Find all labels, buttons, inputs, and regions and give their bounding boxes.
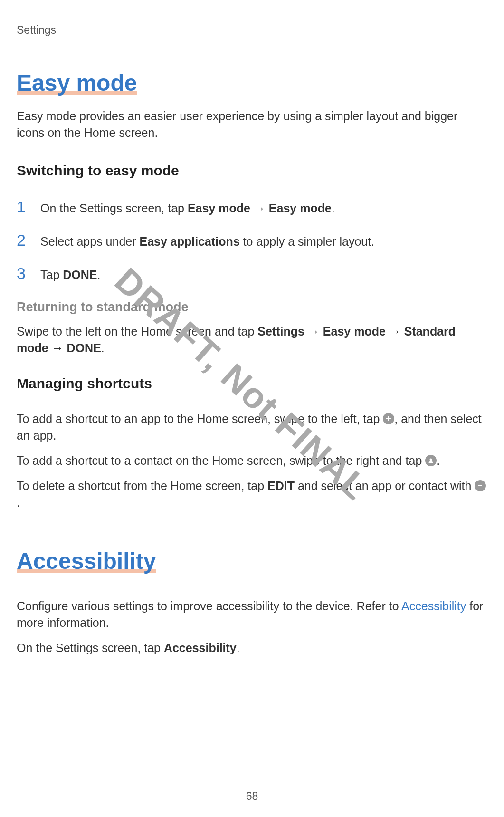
sc-p3-mid: and select an app or contact with [295, 479, 475, 492]
sc-p3-suffix: . [17, 496, 20, 509]
header-label: Settings [17, 24, 487, 37]
sc-p3-prefix: To delete a shortcut from the Home scree… [17, 479, 267, 492]
page-number: 68 [246, 790, 258, 803]
shortcuts-para3: To delete a shortcut from the Home scree… [17, 478, 487, 511]
accessibility-instruction: On the Settings screen, tap Accessibilit… [17, 640, 487, 656]
acc-inst-suffix: . [237, 641, 240, 654]
svg-rect-1 [386, 418, 391, 419]
plus-icon [383, 413, 394, 424]
step1-arrow: → [250, 202, 269, 215]
returning-arrow2: → [386, 325, 404, 338]
step-1-text: On the Settings screen, tap Easy mode → … [40, 200, 335, 217]
returning-suffix: . [101, 341, 105, 355]
easy-mode-intro: Easy mode provides an easier user experi… [17, 108, 487, 141]
svg-point-2 [430, 459, 432, 461]
returning-arrow3: → [48, 341, 67, 355]
svg-rect-3 [478, 485, 482, 486]
shortcuts-para1: To add a shortcut to an app to the Home … [17, 411, 487, 444]
contact-icon [425, 455, 437, 466]
step-1: 1 On the Settings screen, tap Easy mode … [17, 198, 487, 217]
step-number-2: 2 [17, 231, 31, 250]
returning-text: Swipe to the left on the Home screen and… [17, 323, 487, 356]
step-number-3: 3 [17, 264, 31, 283]
step-3-text: Tap DONE. [40, 267, 100, 283]
sc-p1-prefix: To add a shortcut to an app to the Home … [17, 412, 383, 425]
sc-p2-suffix: . [437, 454, 440, 467]
step-3: 3 Tap DONE. [17, 264, 487, 283]
accessibility-heading: Accessibility [17, 548, 156, 574]
step1-prefix: On the Settings screen, tap [40, 202, 188, 215]
sc-p3-bold: EDIT [267, 479, 295, 492]
switching-heading: Switching to easy mode [17, 163, 487, 179]
returning-arrow1: → [304, 325, 323, 338]
easy-mode-heading: Easy mode [17, 70, 137, 96]
step3-suffix: . [97, 268, 101, 281]
step2-prefix: Select apps under [40, 235, 139, 248]
step2-bold: Easy applications [139, 235, 239, 248]
accessibility-link[interactable]: Accessibility [401, 599, 466, 613]
returning-bold2: Easy mode [323, 325, 386, 338]
step2-suffix: to apply a simpler layout. [240, 235, 374, 248]
step-2-text: Select apps under Easy applications to a… [40, 233, 374, 250]
returning-bold4: DONE [67, 341, 101, 355]
returning-prefix: Swipe to the left on the Home screen and… [17, 325, 257, 338]
step-2: 2 Select apps under Easy applications to… [17, 231, 487, 250]
acc-inst-prefix: On the Settings screen, tap [17, 641, 164, 654]
acc-inst-bold: Accessibility [164, 641, 237, 654]
returning-heading: Returning to standard mode [17, 300, 487, 315]
minus-icon [475, 480, 486, 491]
accessibility-intro: Configure various settings to improve ac… [17, 598, 487, 631]
step-list: 1 On the Settings screen, tap Easy mode … [17, 198, 487, 283]
step1-bold1: Easy mode [188, 202, 250, 215]
shortcuts-heading: Managing shortcuts [17, 375, 487, 392]
step3-bold: DONE [63, 268, 97, 281]
shortcuts-para2: To add a shortcut to a contact on the Ho… [17, 452, 487, 469]
step1-bold2: Easy mode [269, 202, 332, 215]
acc-intro-prefix: Configure various settings to improve ac… [17, 599, 401, 613]
step3-prefix: Tap [40, 268, 63, 281]
step1-suffix: . [332, 202, 335, 215]
returning-bold1: Settings [257, 325, 304, 338]
sc-p2-prefix: To add a shortcut to a contact on the Ho… [17, 454, 425, 467]
step-number-1: 1 [17, 198, 31, 216]
